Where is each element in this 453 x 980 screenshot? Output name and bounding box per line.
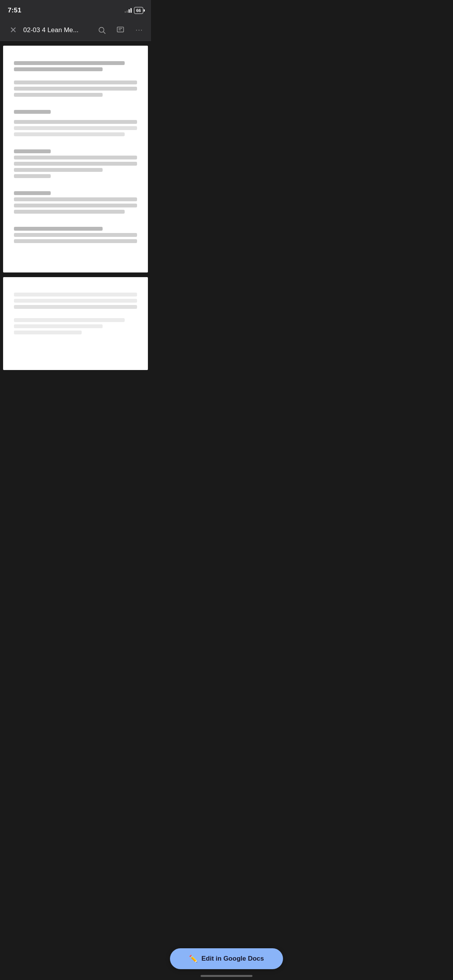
svg-point-7 <box>141 29 142 30</box>
more-options-icon[interactable] <box>133 24 145 36</box>
page1-para3 <box>14 149 137 178</box>
page1-para2 <box>14 120 137 136</box>
page1-para4 <box>14 191 137 214</box>
page1-title-block <box>14 61 137 71</box>
svg-point-0 <box>99 27 104 32</box>
svg-point-5 <box>136 29 137 30</box>
close-button[interactable]: ✕ <box>6 23 20 37</box>
comments-icon[interactable] <box>115 24 126 36</box>
search-icon[interactable] <box>96 24 108 36</box>
svg-line-1 <box>103 32 105 34</box>
status-right: 66 <box>125 7 143 14</box>
nav-bar: ✕ 02-03 4 Lean Me... <box>0 19 151 41</box>
status-bar: 7:51 66 <box>0 0 151 19</box>
svg-rect-2 <box>117 27 124 32</box>
svg-point-6 <box>139 29 139 30</box>
nav-actions <box>96 24 145 36</box>
battery-badge: 66 <box>134 7 143 14</box>
status-time: 7:51 <box>8 7 21 14</box>
document-viewer <box>0 41 151 409</box>
document-title: 02-03 4 Lean Me... <box>23 26 96 34</box>
page2-block2 <box>14 318 137 334</box>
document-page-2 <box>3 277 148 370</box>
page1-para5 <box>14 227 137 243</box>
page2-block1 <box>14 293 137 309</box>
page1-heading1 <box>14 110 137 114</box>
page1-para1 <box>14 81 137 97</box>
document-page-1 <box>3 46 148 272</box>
signal-icon <box>125 8 132 13</box>
